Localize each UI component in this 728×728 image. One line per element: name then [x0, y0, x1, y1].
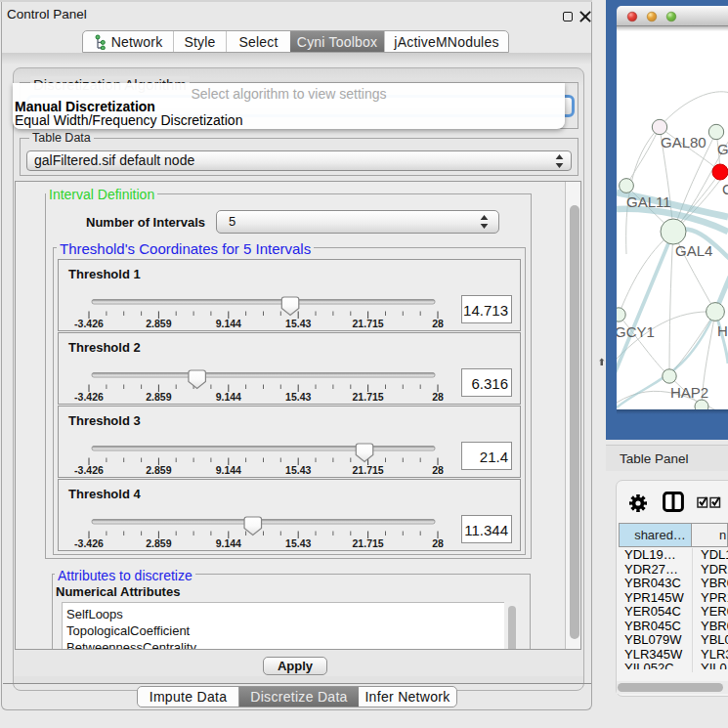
svg-text:15.43: 15.43	[285, 464, 311, 476]
svg-text:21.715: 21.715	[353, 391, 384, 403]
svg-text:15.43: 15.43	[285, 391, 311, 403]
svg-text:28: 28	[432, 537, 444, 549]
svg-text:21.715: 21.715	[353, 318, 384, 329]
svg-text:GA: GA	[717, 141, 728, 157]
svg-text:28: 28	[432, 391, 444, 403]
svg-text:15.43: 15.43	[285, 537, 311, 549]
svg-text:2.859: 2.859	[146, 318, 171, 329]
svg-text:9.144: 9.144	[216, 318, 241, 329]
svg-text:21.715: 21.715	[353, 537, 384, 549]
svg-text:2.859: 2.859	[146, 464, 171, 476]
svg-text:-3.426: -3.426	[74, 391, 104, 403]
svg-text:21.715: 21.715	[353, 464, 384, 476]
svg-text:HAP2: HAP2	[670, 384, 708, 401]
svg-text:C: C	[722, 181, 728, 197]
svg-text:-3.426: -3.426	[74, 464, 104, 476]
svg-text:28: 28	[432, 318, 444, 329]
svg-text:GCY1: GCY1	[617, 323, 655, 340]
svg-text:28: 28	[432, 464, 444, 476]
svg-text:9.144: 9.144	[216, 464, 241, 476]
svg-text:GAL80: GAL80	[661, 134, 707, 150]
svg-text:9.144: 9.144	[216, 391, 241, 403]
svg-text:2.859: 2.859	[146, 391, 171, 403]
svg-text:GAL11: GAL11	[626, 193, 671, 210]
svg-text:15.43: 15.43	[285, 318, 311, 329]
svg-text:2.859: 2.859	[146, 537, 171, 549]
svg-text:-3.426: -3.426	[74, 318, 104, 329]
svg-text:H: H	[717, 322, 728, 339]
svg-text:-3.426: -3.426	[74, 537, 104, 549]
svg-text:9.144: 9.144	[216, 537, 241, 549]
svg-text:GAL4: GAL4	[675, 242, 712, 259]
